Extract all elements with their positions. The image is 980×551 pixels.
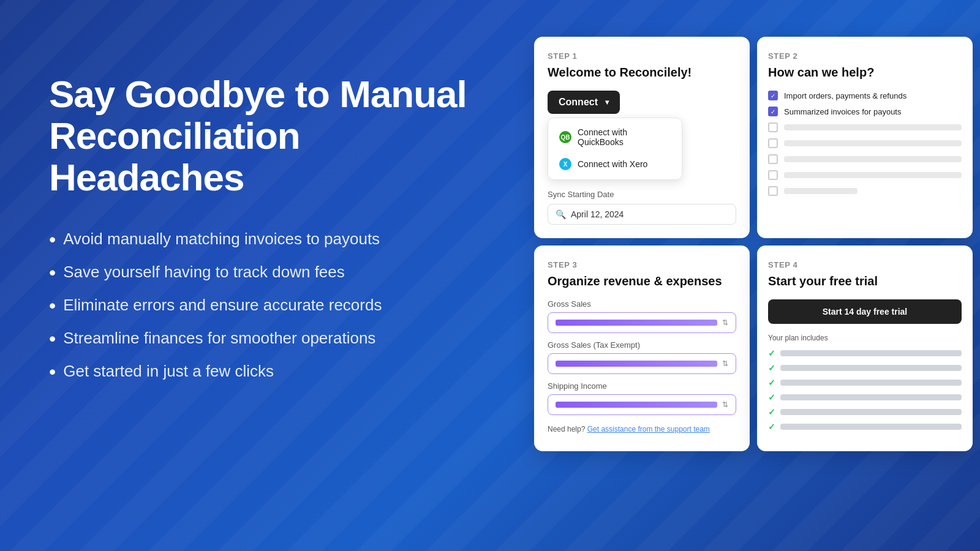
left-section: Say Goodbye to Manual Reconciliation Hea… [49, 73, 478, 381]
gross-sales-tax-select[interactable]: ⇅ [548, 353, 736, 374]
gross-sales-select[interactable]: ⇅ [548, 312, 736, 333]
step3-title: Organize revenue & expenses [548, 274, 736, 288]
checkbox-unchecked-5[interactable] [768, 186, 778, 196]
checkbox-unchecked-3[interactable] [768, 154, 778, 164]
checkbox-row-3[interactable] [768, 122, 962, 132]
checkbox-checked-2[interactable] [768, 107, 778, 116]
checkbox-row-1[interactable]: Import orders, payments & refunds [768, 91, 962, 100]
bullet-1: Avoid manually matching invoices to payo… [49, 230, 478, 249]
step2-card: STEP 2 How can we help? Import orders, p… [757, 37, 973, 238]
plan-item-5: ✓ [768, 407, 962, 417]
chevron-down-icon: ⇅ [722, 318, 728, 327]
feature-list: Avoid manually matching invoices to payo… [49, 230, 478, 381]
bullet-5: Get started in just a few clicks [49, 362, 478, 381]
main-heading: Say Goodbye to Manual Reconciliation Hea… [49, 73, 478, 199]
checkbox-row-2[interactable]: Summarized invoices for payouts [768, 107, 962, 116]
plan-item-2: ✓ [768, 363, 962, 373]
step1-label: STEP 1 [548, 51, 736, 61]
shipping-income-label: Shipping Income [548, 381, 736, 391]
bullet-3: Eliminate errors and ensure accurate rec… [49, 296, 478, 315]
chevron-down-icon-2: ⇅ [722, 359, 728, 368]
help-text: Need help? Get assistance from the suppo… [548, 425, 736, 433]
plan-item-3: ✓ [768, 378, 962, 388]
sync-date-label: Sync Starting Date [548, 190, 736, 199]
check-icon-6: ✓ [768, 422, 775, 432]
checkbox-unchecked-1[interactable] [768, 122, 778, 132]
step2-label: STEP 2 [768, 51, 962, 61]
check-icon-4: ✓ [768, 392, 775, 402]
check-icon-2: ✓ [768, 363, 775, 373]
right-section: STEP 1 Welcome to Reconcilely! Connect ▾… [527, 37, 980, 451]
xero-option[interactable]: X Connect with Xero [552, 152, 678, 176]
chevron-down-icon-3: ⇅ [722, 400, 728, 409]
connect-dropdown: QB Connect with QuickBooks X Connect wit… [548, 118, 682, 180]
sync-date-input[interactable]: 🔍 April 12, 2024 [548, 204, 736, 225]
checkbox-row-5[interactable] [768, 154, 962, 164]
checkbox-row-7[interactable] [768, 186, 962, 196]
step4-card: STEP 4 Start your free trial Start 14 da… [757, 246, 973, 451]
step4-title: Start your free trial [768, 274, 962, 288]
checkbox-checked-1[interactable] [768, 91, 778, 100]
support-link[interactable]: Get assistance from the support team [587, 425, 710, 433]
shipping-income-select[interactable]: ⇅ [548, 394, 736, 415]
trial-button[interactable]: Start 14 day free trial [768, 299, 962, 324]
plan-item-6: ✓ [768, 422, 962, 432]
step3-label: STEP 3 [548, 260, 736, 269]
bullet-4: Streamline finances for smoother operati… [49, 329, 478, 348]
quickbooks-icon: QB [559, 131, 571, 143]
gross-sales-tax-label: Gross Sales (Tax Exempt) [548, 340, 736, 350]
step4-label: STEP 4 [768, 260, 962, 269]
connect-button[interactable]: Connect ▾ [548, 91, 620, 114]
plan-item-4: ✓ [768, 392, 962, 402]
step2-title: How can we help? [768, 66, 962, 80]
step3-card: STEP 3 Organize revenue & expenses Gross… [534, 246, 750, 451]
checkbox-row-6[interactable] [768, 170, 962, 180]
xero-icon: X [559, 158, 571, 170]
search-icon: 🔍 [556, 209, 566, 219]
check-icon-1: ✓ [768, 348, 775, 358]
checkbox-unchecked-2[interactable] [768, 138, 778, 148]
check-icon-3: ✓ [768, 378, 775, 388]
chevron-down-icon: ▾ [605, 98, 609, 107]
check-icon-5: ✓ [768, 407, 775, 417]
plan-item-1: ✓ [768, 348, 962, 358]
plan-label: Your plan includes [768, 334, 962, 342]
checkbox-row-4[interactable] [768, 138, 962, 148]
checkbox-unchecked-4[interactable] [768, 170, 778, 180]
gross-sales-label: Gross Sales [548, 299, 736, 309]
step1-card: STEP 1 Welcome to Reconcilely! Connect ▾… [534, 37, 750, 238]
step1-title: Welcome to Reconcilely! [548, 66, 736, 80]
quickbooks-option[interactable]: QB Connect with QuickBooks [552, 122, 678, 152]
bullet-2: Save yourself having to track down fees [49, 263, 478, 282]
